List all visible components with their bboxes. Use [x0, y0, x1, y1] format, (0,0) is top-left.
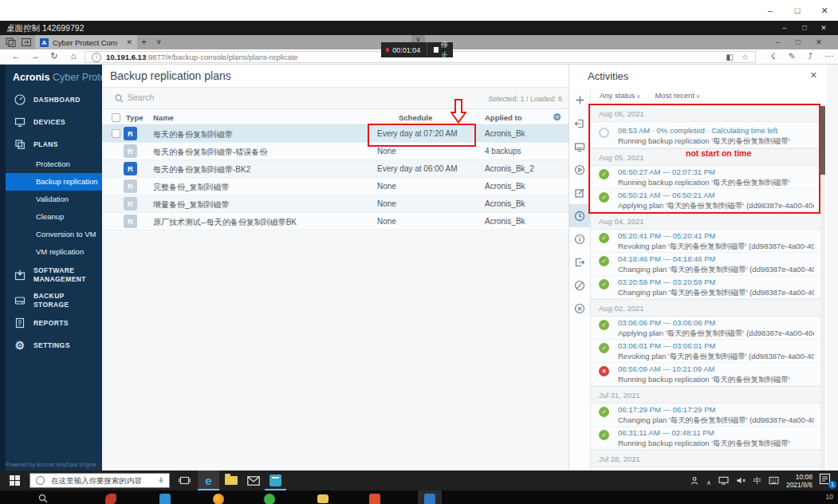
browser-maximize-button[interactable] — [789, 37, 808, 48]
cancel-button[interactable] — [569, 297, 590, 320]
activity-time-link[interactable]: 06:50:27 AM — 02:07:31 PM — [618, 167, 814, 178]
table-settings-gear-icon[interactable] — [553, 112, 561, 123]
table-row[interactable]: R 每天的备份复制到磁带 Every day at 07:20 AM Acron… — [102, 125, 569, 143]
activity-time-link[interactable]: 03:06:06 PM — 03:06:06 PM — [618, 318, 814, 329]
host-firefox-icon[interactable] — [213, 494, 224, 504]
remote-minimize-button[interactable] — [776, 22, 793, 33]
reading-view-icon[interactable]: ◧ — [726, 53, 734, 61]
sort-filter-dropdown[interactable]: Most recent — [655, 91, 700, 100]
tab-preview-icon[interactable] — [21, 37, 32, 47]
site-info-icon[interactable] — [92, 53, 101, 62]
activity-entry[interactable]: 06:17:29 PM — 06:17:29 PM Changing plan … — [591, 404, 820, 427]
refresh-icon[interactable]: ↻ — [46, 51, 62, 61]
taskbar-search-box[interactable] — [30, 473, 170, 488]
table-row[interactable]: R 每天的备份复制到磁带-BK2 Every day at 06:00 AM A… — [102, 160, 569, 178]
column-type[interactable]: Type — [126, 113, 143, 122]
remote-session-icon[interactable] — [690, 476, 699, 486]
host-app-icon[interactable] — [105, 494, 116, 504]
back-icon[interactable]: ← — [8, 51, 24, 61]
tab-close-icon[interactable] — [121, 38, 137, 46]
sidebar-item-backup-replication[interactable]: Backup replication — [0, 173, 102, 191]
restore-button[interactable] — [569, 112, 590, 135]
activity-entry[interactable]: 06:50:27 AM — 02:07:31 PM Running backup… — [591, 166, 820, 189]
favorites-pin-icon[interactable]: ☇ — [770, 51, 775, 61]
sidebar-item-conversion-to-vm[interactable]: Conversion to VM — [0, 226, 102, 243]
annotate-pen-icon[interactable]: ✎ — [788, 51, 795, 61]
host-folder-icon[interactable] — [317, 494, 329, 503]
activity-time-link[interactable]: 06:17:29 PM — 06:17:29 PM — [618, 405, 814, 415]
taskbar-notes-app-icon[interactable] — [265, 471, 286, 490]
favorite-star-icon[interactable]: ☆ — [742, 53, 749, 61]
show-hidden-icons-chevron[interactable] — [706, 474, 711, 488]
browser-close-button[interactable] — [809, 37, 828, 48]
taskbar-file-explorer-icon[interactable] — [220, 471, 242, 490]
stop-recording-button[interactable]: 停止 — [427, 42, 453, 57]
browser-minimize-button[interactable] — [768, 37, 787, 48]
table-row[interactable]: R 原厂技术测试--每天的备份复制到磁带BK None Acronis_Bk — [102, 213, 569, 230]
task-view-button[interactable] — [177, 474, 191, 487]
column-applied-to[interactable]: Applied to — [485, 113, 521, 122]
volume-muted-icon[interactable] — [736, 476, 746, 485]
sidebar-item-dashboard[interactable]: DASHBOARD — [0, 89, 102, 111]
activity-entry[interactable]: 06:50:21 AM — 06:50:21 AM Applying plan … — [591, 189, 820, 212]
device-button[interactable] — [569, 135, 590, 158]
activity-entry[interactable]: 03:20:59 PM — 03:20:59 PM Changing plan … — [591, 276, 820, 299]
sidebar-item-cleanup[interactable]: Cleanup — [0, 208, 102, 226]
activity-entry[interactable]: 06:56:09 AM — 10:21:09 AM Running backup… — [591, 363, 820, 386]
activities-button[interactable] — [569, 204, 590, 227]
sidebar-item-software-management[interactable]: SOFTWARE MANAGEMENT — [0, 261, 102, 289]
sidebar-item-vm-replication[interactable]: VM replication — [0, 243, 102, 261]
taskbar-search-input[interactable] — [49, 475, 158, 486]
activity-time-link[interactable]: 06:31:11 AM — 02:48:11 PM — [618, 428, 814, 439]
host-app-icon[interactable] — [369, 494, 380, 504]
sidebar-item-plans[interactable]: PLANS — [0, 133, 102, 156]
display-icon[interactable] — [718, 476, 729, 485]
activity-entry[interactable]: 06:31:11 AM — 02:48:11 PM Running backup… — [591, 427, 820, 450]
remote-close-button[interactable] — [815, 22, 832, 33]
sidebar-item-reports[interactable]: REPORTS — [0, 312, 102, 334]
activity-time-link[interactable]: 03:06:01 PM — 03:06:01 PM — [618, 341, 814, 352]
activity-time-link[interactable]: 05:20:41 PM — 05:20:41 PM — [618, 231, 814, 242]
scrollbar-thumb[interactable] — [820, 106, 825, 175]
activities-scrollbar[interactable] — [820, 104, 825, 471]
taskbar-clock[interactable]: 10:08 2021/8/6 — [786, 473, 812, 489]
host-active-app-slot[interactable] — [418, 490, 442, 504]
home-icon[interactable]: ⌂ — [65, 51, 81, 61]
activity-time-link[interactable]: 08:53 AM · 0% completed · Calculating ti… — [618, 126, 814, 136]
ime-indicator[interactable]: 中 — [753, 475, 761, 486]
sidebar-item-protection[interactable]: Protection — [0, 156, 102, 173]
touch-keyboard-icon[interactable] — [769, 476, 779, 485]
activity-time-link[interactable]: 06:50:21 AM — 06:50:21 AM — [618, 191, 814, 201]
new-tab-button[interactable] — [141, 37, 147, 48]
sidebar-item-validation[interactable]: Validation — [0, 191, 102, 208]
table-row[interactable]: R 增量备份_复制到磁带 None Acronis_Bk — [102, 195, 569, 213]
export-button[interactable] — [569, 250, 590, 274]
action-center-button[interactable]: 1 — [819, 473, 835, 487]
run-button[interactable] — [569, 158, 590, 181]
host-minimize-button[interactable] — [760, 4, 781, 17]
status-filter-dropdown[interactable]: Any status — [600, 91, 640, 100]
host-app-icon[interactable] — [159, 494, 171, 504]
sidebar-item-settings[interactable]: ⚙ SETTINGS — [0, 334, 102, 356]
host-maximize-button[interactable] — [787, 4, 808, 17]
sidebar-item-backup-storage[interactable]: BACKUP STORAGE — [0, 289, 102, 312]
browser-tab[interactable]: A Cyber Protect Console — [35, 35, 137, 49]
remote-maximize-button[interactable] — [796, 22, 813, 33]
close-icon[interactable] — [810, 70, 817, 81]
microphone-icon[interactable] — [158, 475, 164, 486]
activity-time-link[interactable]: 03:20:59 PM — 03:20:59 PM — [618, 278, 814, 288]
column-name[interactable]: Name — [153, 113, 174, 122]
search-input[interactable] — [126, 92, 273, 103]
sidebar-item-devices[interactable]: DEVICES — [0, 111, 102, 133]
start-button[interactable] — [0, 471, 30, 490]
taskbar-mail-icon[interactable] — [242, 471, 264, 490]
activity-time-link[interactable]: 04:18:46 PM — 04:18:46 PM — [618, 254, 814, 265]
activity-entry[interactable]: 03:06:06 PM — 03:06:06 PM Applying plan … — [591, 317, 820, 340]
activity-time-link[interactable]: 06:56:09 AM — 10:21:09 AM — [618, 364, 814, 375]
activity-entry[interactable]: 08:53 AM · 0% completed · Calculating ti… — [591, 122, 820, 148]
host-close-button[interactable] — [814, 4, 835, 17]
share-icon[interactable]: ⤴ — [808, 51, 812, 61]
cleanup-button[interactable] — [569, 274, 590, 297]
activity-entry[interactable]: 04:18:46 PM — 04:18:46 PM Changing plan … — [591, 253, 820, 276]
tab-list-chevron-icon[interactable] — [156, 37, 162, 45]
